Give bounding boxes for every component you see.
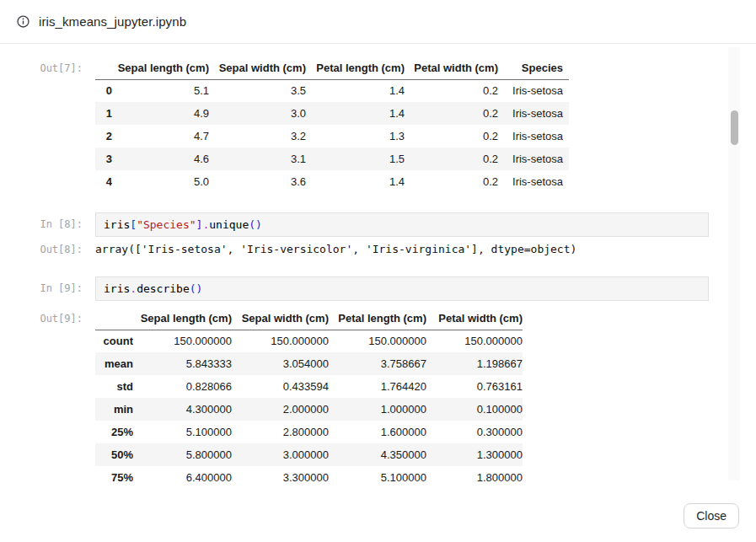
table-cell: 3.054000 xyxy=(232,352,329,375)
row-index-cell: 0 xyxy=(95,79,112,102)
row-index-cell: 3 xyxy=(95,148,112,170)
table-row: 45.03.61.40.2Iris-setosa xyxy=(95,170,569,193)
table-cell: 4.7 xyxy=(112,125,209,148)
table-header-row: Sepal length (cm)Sepal width (cm)Petal l… xyxy=(95,57,569,79)
array-output-text: array(['Iris-setosa', 'Iris-versicolor',… xyxy=(95,243,576,255)
code-token: . xyxy=(130,282,137,295)
row-index-cell: 2 xyxy=(95,125,112,148)
cell-out9: Out[9]: Sepal length (cm)Sepal width (cm… xyxy=(0,308,726,487)
table-cell: 3.000000 xyxy=(232,443,329,466)
table-header-cell: Sepal length (cm) xyxy=(133,308,232,330)
close-button[interactable]: Close xyxy=(684,503,739,529)
cell-in9: In [9]: iris.describe() xyxy=(0,276,726,301)
file-preview-dialog: { "window": { "title": "iris_kmeans_jupy… xyxy=(0,0,756,542)
table-cell: 0.100000 xyxy=(426,398,523,421)
table-cell: 4.300000 xyxy=(133,398,232,421)
table-cell: 0.828066 xyxy=(133,375,232,398)
code-token: ) xyxy=(196,282,203,295)
table-row: min4.3000002.0000001.0000000.100000 xyxy=(95,398,523,421)
table-cell: 3.6 xyxy=(209,170,306,193)
row-index-cell: 50% xyxy=(95,443,133,466)
row-index-cell: 75% xyxy=(95,466,133,487)
table-header-cell: Petal length (cm) xyxy=(329,308,426,330)
table-cell: 0.763161 xyxy=(426,375,523,398)
table-cell: 1.4 xyxy=(306,102,405,125)
table-header-cell: Petal length (cm) xyxy=(306,57,405,79)
table-row: 75%6.4000003.3000005.1000001.800000 xyxy=(95,466,523,487)
table-row: 14.93.01.40.2Iris-setosa xyxy=(95,102,569,125)
table-cell: 5.0 xyxy=(112,170,209,193)
table-cell: 4.6 xyxy=(112,148,209,170)
code-token: ( xyxy=(190,282,196,295)
code-token: describe xyxy=(137,282,190,295)
table-cell: 1.000000 xyxy=(329,398,426,421)
table-header-cell: Sepal width (cm) xyxy=(209,57,306,79)
table-cell: 5.1 xyxy=(112,79,209,102)
table-row: 25%5.1000002.8000001.6000000.300000 xyxy=(95,421,523,443)
out-prompt: Out[8]: xyxy=(0,243,95,255)
table-cell: 3.300000 xyxy=(232,466,329,487)
table-cell: 4.9 xyxy=(112,102,209,125)
row-index-cell: mean xyxy=(95,352,133,375)
table-row: 34.63.11.50.2Iris-setosa xyxy=(95,148,569,170)
table-cell: 1.5 xyxy=(306,148,405,170)
table-cell: 1.198667 xyxy=(426,352,523,375)
notebook-preview-scroll-area[interactable]: Out[7]: Sepal length (cm)Sepal width (cm… xyxy=(0,45,726,487)
table-header-cell: Species xyxy=(498,57,569,79)
table-cell: 1.800000 xyxy=(426,466,523,487)
table-header-cell: Sepal width (cm) xyxy=(232,308,329,330)
scrollbar-thumb[interactable] xyxy=(731,110,738,145)
table-cell: 1.764420 xyxy=(329,375,426,398)
dialog-title: iris_kmeans_jupyter.ipynb xyxy=(39,14,186,29)
table-header-cell xyxy=(95,308,133,330)
row-index-cell: 1 xyxy=(95,102,112,125)
table-cell: Iris-setosa xyxy=(498,125,569,148)
table-cell: 150.000000 xyxy=(329,330,426,352)
table-cell: 5.800000 xyxy=(133,443,232,466)
table-cell: 150.000000 xyxy=(133,330,232,352)
row-index-cell: 25% xyxy=(95,421,133,443)
table-cell: 1.4 xyxy=(306,79,405,102)
table-row: 05.13.51.40.2Iris-setosa xyxy=(95,79,569,102)
table-header-row: Sepal length (cm)Sepal width (cm)Petal l… xyxy=(95,308,523,330)
table-header-cell: Petal width (cm) xyxy=(405,57,498,79)
code-token: ) xyxy=(255,218,262,231)
out-prompt: Out[7]: xyxy=(0,57,95,74)
table-cell: 5.843333 xyxy=(133,352,232,375)
code-input-unique: iris["Species"].unique() xyxy=(95,212,709,237)
table-cell: 1.600000 xyxy=(329,421,426,443)
table-cell: 0.2 xyxy=(405,170,498,193)
table-row: count150.000000150.000000150.000000150.0… xyxy=(95,330,523,352)
table-cell: 3.1 xyxy=(209,148,306,170)
code-token: iris xyxy=(104,218,130,231)
table-cell: 2.800000 xyxy=(232,421,329,443)
table-cell: 150.000000 xyxy=(232,330,329,352)
row-index-cell: std xyxy=(95,375,133,398)
code-token: "Species" xyxy=(137,218,196,231)
table-cell: Iris-setosa xyxy=(498,170,569,193)
table-header-cell: Petal width (cm) xyxy=(426,308,523,330)
table-cell: 5.100000 xyxy=(329,466,426,487)
table-cell: Iris-setosa xyxy=(498,148,569,170)
table-row: std0.8280660.4335941.7644200.763161 xyxy=(95,375,523,398)
table-cell: 1.300000 xyxy=(426,443,523,466)
code-token: ( xyxy=(249,218,255,231)
code-token: unique xyxy=(209,218,249,231)
in-prompt: In [9]: xyxy=(0,276,95,294)
code-token: [ xyxy=(130,218,137,231)
table-cell: 4.350000 xyxy=(329,443,426,466)
cell-in8: In [8]: iris["Species"].unique() xyxy=(0,212,726,237)
table-cell: 0.2 xyxy=(405,79,498,102)
table-header-cell xyxy=(95,57,112,79)
table-cell: 0.300000 xyxy=(426,421,523,443)
row-index-cell: 4 xyxy=(95,170,112,193)
info-icon xyxy=(17,15,29,28)
dataframe-describe-table: Sepal length (cm)Sepal width (cm)Petal l… xyxy=(95,308,523,487)
in-prompt: In [8]: xyxy=(0,212,95,230)
row-index-cell: count xyxy=(95,330,133,352)
table-cell: 2.000000 xyxy=(232,398,329,421)
table-cell: 0.2 xyxy=(405,102,498,125)
dataframe-head-table: Sepal length (cm)Sepal width (cm)Petal l… xyxy=(95,57,569,193)
table-cell: 3.758667 xyxy=(329,352,426,375)
title-bar: iris_kmeans_jupyter.ipynb xyxy=(0,0,756,44)
